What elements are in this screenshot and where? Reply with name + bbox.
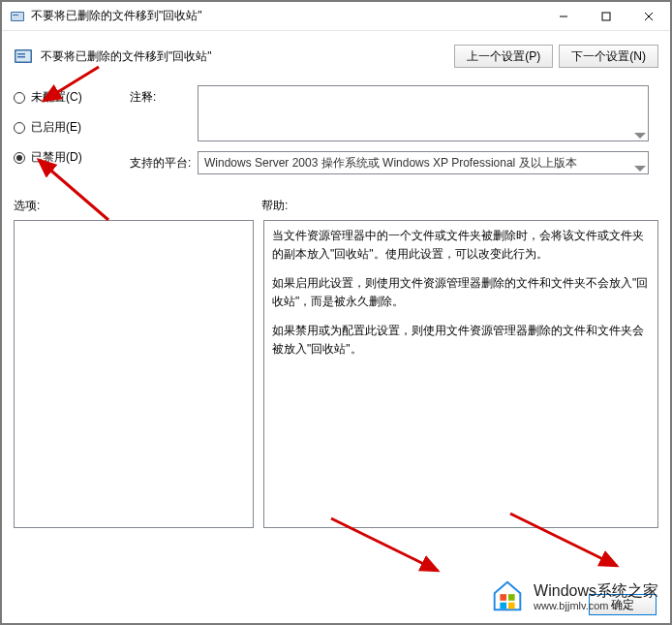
svg-rect-15 [500,594,506,601]
radio-dot-icon [14,92,25,104]
policy-title: 不要将已删除的文件移到"回收站" [41,48,448,65]
help-paragraph: 如果禁用或为配置此设置，则使用文件资源管理器删除的文件和文件夹会被放入"回收站"… [272,322,650,358]
next-setting-button[interactable]: 下一个设置(N) [559,45,658,68]
radio-label: 已启用(E) [31,119,81,136]
minimize-button[interactable] [542,2,585,30]
policy-header-icon [14,47,33,66]
chevron-down-icon [634,166,646,172]
radio-label: 未配置(C) [31,89,82,106]
svg-rect-1 [12,13,23,20]
radio-label: 已禁用(D) [31,149,82,166]
svg-rect-4 [602,13,610,20]
chevron-down-icon [634,133,646,139]
watermark-title: Windows系统之家 [534,581,658,600]
platform-label: 支持的平台: [130,151,198,174]
svg-rect-10 [17,56,25,58]
svg-rect-17 [500,603,506,609]
help-paragraph: 如果启用此设置，则使用文件资源管理器删除的文件和文件夹不会放入"回收站"，而是被… [272,274,650,310]
options-panel [14,220,254,528]
maximize-button[interactable] [585,2,627,30]
platform-value: Windows Server 2003 操作系统或 Windows XP Pro… [204,156,577,170]
window-title: 不要将已删除的文件移到"回收站" [31,8,542,24]
svg-rect-9 [17,53,25,55]
comment-textarea[interactable] [198,85,649,141]
watermark-url: www.bjjmlv.com [534,600,658,612]
svg-rect-2 [13,15,18,16]
radio-dot-selected-icon [14,152,25,164]
radio-not-configured[interactable]: 未配置(C) [14,89,130,106]
policy-icon [10,9,25,24]
radio-enabled[interactable]: 已启用(E) [14,119,130,136]
help-paragraph: 当文件资源管理器中的一个文件或文件夹被删除时，会将该文件或文件夹的副本放入"回收… [272,227,650,263]
close-button[interactable] [627,2,670,30]
svg-rect-16 [508,594,515,601]
watermark: Windows系统之家 www.bjjmlv.com [489,578,658,615]
header-row: 不要将已删除的文件移到"回收站" 上一个设置(P) 下一个设置(N) [4,33,668,85]
options-label: 选项: [14,198,261,214]
radio-dot-icon [14,122,25,134]
svg-rect-18 [508,603,515,609]
radio-disabled[interactable]: 已禁用(D) [14,149,130,166]
supported-platform-box: Windows Server 2003 操作系统或 Windows XP Pro… [198,151,649,174]
previous-setting-button[interactable]: 上一个设置(P) [454,45,553,68]
titlebar: 不要将已删除的文件移到"回收站" [2,2,670,31]
help-label: 帮助: [261,198,288,214]
comment-label: 注释: [130,85,198,141]
help-panel: 当文件资源管理器中的一个文件或文件夹被删除时，会将该文件或文件夹的副本放入"回收… [263,220,658,528]
windows-logo-icon [489,578,526,615]
